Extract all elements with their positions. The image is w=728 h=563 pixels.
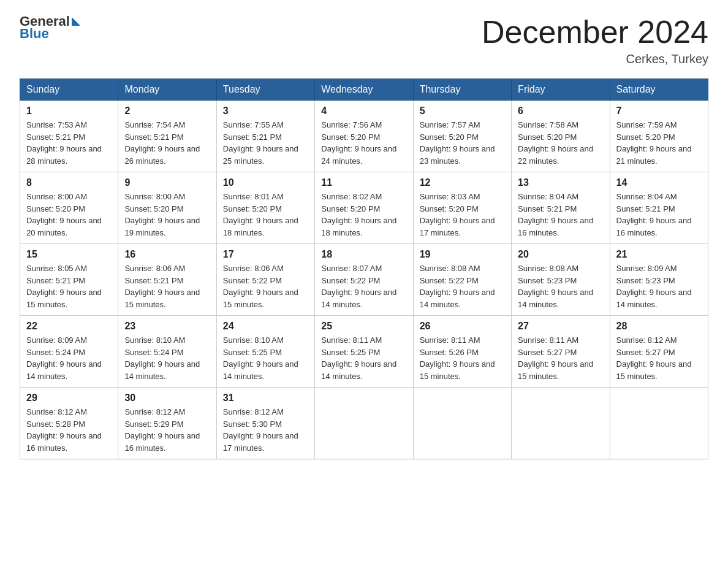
calendar-cell: 27 Sunrise: 8:11 AM Sunset: 5:27 PM Dayl… xyxy=(512,316,610,388)
day-info: Sunrise: 8:12 AM Sunset: 5:27 PM Dayligh… xyxy=(616,334,702,382)
day-number: 26 xyxy=(420,321,505,332)
day-info: Sunrise: 8:04 AM Sunset: 5:21 PM Dayligh… xyxy=(616,191,702,239)
calendar-cell: 7 Sunrise: 7:59 AM Sunset: 5:20 PM Dayli… xyxy=(610,101,708,172)
calendar-cell: 22 Sunrise: 8:09 AM Sunset: 5:24 PM Dayl… xyxy=(20,316,118,388)
day-number: 18 xyxy=(321,249,406,260)
day-info: Sunrise: 8:09 AM Sunset: 5:24 PM Dayligh… xyxy=(26,334,112,382)
day-number: 24 xyxy=(223,321,308,332)
day-of-week-sunday: Sunday xyxy=(20,79,118,101)
calendar-cell: 10 Sunrise: 8:01 AM Sunset: 5:20 PM Dayl… xyxy=(216,172,314,244)
calendar-table: SundayMondayTuesdayWednesdayThursdayFrid… xyxy=(20,79,708,459)
day-info: Sunrise: 8:01 AM Sunset: 5:20 PM Dayligh… xyxy=(223,191,308,239)
day-number: 3 xyxy=(223,105,308,117)
week-row-4: 22 Sunrise: 8:09 AM Sunset: 5:24 PM Dayl… xyxy=(20,316,708,388)
day-info: Sunrise: 8:10 AM Sunset: 5:25 PM Dayligh… xyxy=(223,334,308,382)
day-info: Sunrise: 8:05 AM Sunset: 5:21 PM Dayligh… xyxy=(26,262,112,310)
calendar-cell: 26 Sunrise: 8:11 AM Sunset: 5:26 PM Dayl… xyxy=(413,316,511,388)
day-info: Sunrise: 8:08 AM Sunset: 5:23 PM Dayligh… xyxy=(518,262,603,310)
day-number: 19 xyxy=(420,249,505,260)
calendar-cell: 28 Sunrise: 8:12 AM Sunset: 5:27 PM Dayl… xyxy=(610,316,708,388)
calendar-cell: 3 Sunrise: 7:55 AM Sunset: 5:21 PM Dayli… xyxy=(216,101,314,172)
day-number: 13 xyxy=(518,177,603,188)
day-number: 27 xyxy=(518,321,603,332)
calendar-cell: 6 Sunrise: 7:58 AM Sunset: 5:20 PM Dayli… xyxy=(512,101,610,172)
day-number: 4 xyxy=(321,105,406,117)
day-info: Sunrise: 8:06 AM Sunset: 5:21 PM Dayligh… xyxy=(124,262,210,310)
calendar-cell: 24 Sunrise: 8:10 AM Sunset: 5:25 PM Dayl… xyxy=(216,316,314,388)
day-info: Sunrise: 8:12 AM Sunset: 5:28 PM Dayligh… xyxy=(26,406,112,454)
location-text: Cerkes, Turkey xyxy=(482,52,708,66)
day-info: Sunrise: 7:58 AM Sunset: 5:20 PM Dayligh… xyxy=(518,119,603,167)
day-of-week-friday: Friday xyxy=(512,79,610,101)
calendar-cell: 5 Sunrise: 7:57 AM Sunset: 5:20 PM Dayli… xyxy=(413,101,511,172)
day-info: Sunrise: 8:09 AM Sunset: 5:23 PM Dayligh… xyxy=(616,262,702,310)
calendar-cell xyxy=(512,388,610,459)
month-title: December 2024 xyxy=(482,15,708,50)
day-info: Sunrise: 7:56 AM Sunset: 5:20 PM Dayligh… xyxy=(321,119,406,167)
week-row-1: 1 Sunrise: 7:53 AM Sunset: 5:21 PM Dayli… xyxy=(20,101,708,172)
day-number: 16 xyxy=(124,249,210,260)
day-info: Sunrise: 7:59 AM Sunset: 5:20 PM Dayligh… xyxy=(616,119,702,167)
day-of-week-saturday: Saturday xyxy=(610,79,708,101)
calendar-cell: 25 Sunrise: 8:11 AM Sunset: 5:25 PM Dayl… xyxy=(315,316,413,388)
calendar-cell: 17 Sunrise: 8:06 AM Sunset: 5:22 PM Dayl… xyxy=(216,244,314,316)
day-info: Sunrise: 8:03 AM Sunset: 5:20 PM Dayligh… xyxy=(420,191,505,239)
day-number: 1 xyxy=(26,105,112,117)
calendar-cell: 4 Sunrise: 7:56 AM Sunset: 5:20 PM Dayli… xyxy=(315,101,413,172)
day-info: Sunrise: 8:08 AM Sunset: 5:22 PM Dayligh… xyxy=(420,262,505,310)
days-of-week-row: SundayMondayTuesdayWednesdayThursdayFrid… xyxy=(20,79,708,101)
day-number: 28 xyxy=(616,321,702,332)
day-of-week-thursday: Thursday xyxy=(413,79,511,101)
day-info: Sunrise: 8:04 AM Sunset: 5:21 PM Dayligh… xyxy=(518,191,603,239)
calendar-cell: 11 Sunrise: 8:02 AM Sunset: 5:20 PM Dayl… xyxy=(315,172,413,244)
day-info: Sunrise: 7:53 AM Sunset: 5:21 PM Dayligh… xyxy=(26,119,112,167)
calendar-cell: 21 Sunrise: 8:09 AM Sunset: 5:23 PM Dayl… xyxy=(610,244,708,316)
calendar-cell xyxy=(610,388,708,459)
week-row-2: 8 Sunrise: 8:00 AM Sunset: 5:20 PM Dayli… xyxy=(20,172,708,244)
day-info: Sunrise: 8:10 AM Sunset: 5:24 PM Dayligh… xyxy=(124,334,210,382)
day-info: Sunrise: 8:12 AM Sunset: 5:29 PM Dayligh… xyxy=(124,406,210,454)
day-number: 15 xyxy=(26,249,112,260)
day-info: Sunrise: 7:55 AM Sunset: 5:21 PM Dayligh… xyxy=(223,119,308,167)
day-info: Sunrise: 7:57 AM Sunset: 5:20 PM Dayligh… xyxy=(420,119,505,167)
logo-arrow-icon xyxy=(72,17,80,26)
day-info: Sunrise: 8:00 AM Sunset: 5:20 PM Dayligh… xyxy=(26,191,112,239)
calendar-cell: 8 Sunrise: 8:00 AM Sunset: 5:20 PM Dayli… xyxy=(20,172,118,244)
calendar-cell: 15 Sunrise: 8:05 AM Sunset: 5:21 PM Dayl… xyxy=(20,244,118,316)
day-info: Sunrise: 8:07 AM Sunset: 5:22 PM Dayligh… xyxy=(321,262,406,310)
day-number: 22 xyxy=(26,321,112,332)
day-of-week-wednesday: Wednesday xyxy=(315,79,413,101)
day-number: 17 xyxy=(223,249,308,260)
day-number: 5 xyxy=(420,105,505,117)
day-number: 23 xyxy=(124,321,210,332)
week-row-3: 15 Sunrise: 8:05 AM Sunset: 5:21 PM Dayl… xyxy=(20,244,708,316)
day-of-week-tuesday: Tuesday xyxy=(216,79,314,101)
page-header: General Blue December 2024 Cerkes, Turke… xyxy=(20,15,708,66)
calendar-cell: 13 Sunrise: 8:04 AM Sunset: 5:21 PM Dayl… xyxy=(512,172,610,244)
day-info: Sunrise: 8:00 AM Sunset: 5:20 PM Dayligh… xyxy=(124,191,210,239)
day-number: 12 xyxy=(420,177,505,188)
calendar-cell: 29 Sunrise: 8:12 AM Sunset: 5:28 PM Dayl… xyxy=(20,388,118,459)
day-number: 20 xyxy=(518,249,603,260)
day-info: Sunrise: 8:11 AM Sunset: 5:27 PM Dayligh… xyxy=(518,334,603,382)
calendar-cell: 23 Sunrise: 8:10 AM Sunset: 5:24 PM Dayl… xyxy=(118,316,216,388)
calendar-cell: 2 Sunrise: 7:54 AM Sunset: 5:21 PM Dayli… xyxy=(118,101,216,172)
day-number: 7 xyxy=(616,105,702,117)
calendar-cell: 19 Sunrise: 8:08 AM Sunset: 5:22 PM Dayl… xyxy=(413,244,511,316)
day-number: 10 xyxy=(223,177,308,188)
day-number: 11 xyxy=(321,177,406,188)
day-info: Sunrise: 8:06 AM Sunset: 5:22 PM Dayligh… xyxy=(223,262,308,310)
day-number: 30 xyxy=(124,393,210,404)
day-info: Sunrise: 8:02 AM Sunset: 5:20 PM Dayligh… xyxy=(321,191,406,239)
calendar-cell: 16 Sunrise: 8:06 AM Sunset: 5:21 PM Dayl… xyxy=(118,244,216,316)
calendar-cell: 14 Sunrise: 8:04 AM Sunset: 5:21 PM Dayl… xyxy=(610,172,708,244)
calendar-cell: 20 Sunrise: 8:08 AM Sunset: 5:23 PM Dayl… xyxy=(512,244,610,316)
day-number: 6 xyxy=(518,105,603,117)
day-number: 31 xyxy=(223,393,308,404)
calendar-cell: 30 Sunrise: 8:12 AM Sunset: 5:29 PM Dayl… xyxy=(118,388,216,459)
day-number: 29 xyxy=(26,393,112,404)
calendar-cell xyxy=(413,388,511,459)
day-number: 8 xyxy=(26,177,112,188)
day-number: 14 xyxy=(616,177,702,188)
logo: General Blue xyxy=(20,15,80,40)
